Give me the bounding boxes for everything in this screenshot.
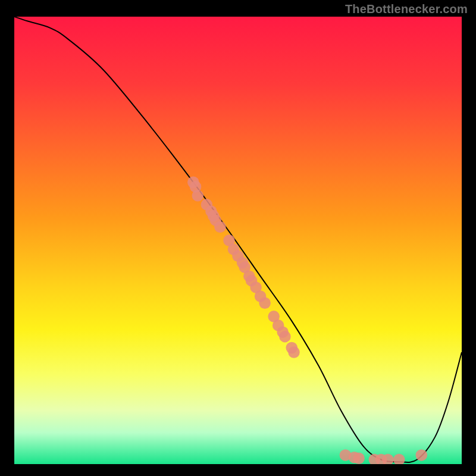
scatter-point	[288, 346, 300, 358]
gradient-background	[14, 17, 462, 464]
chart-plot-area	[14, 17, 462, 464]
scatter-point	[416, 449, 428, 461]
chart-svg	[14, 17, 462, 464]
scatter-point	[259, 298, 271, 309]
chart-root: TheBottlenecker.com	[0, 0, 476, 476]
scatter-point	[279, 331, 291, 343]
scatter-point	[353, 452, 365, 464]
scatter-point	[214, 221, 226, 233]
scatter-point	[192, 190, 204, 202]
attribution-text: TheBottlenecker.com	[345, 2, 468, 16]
